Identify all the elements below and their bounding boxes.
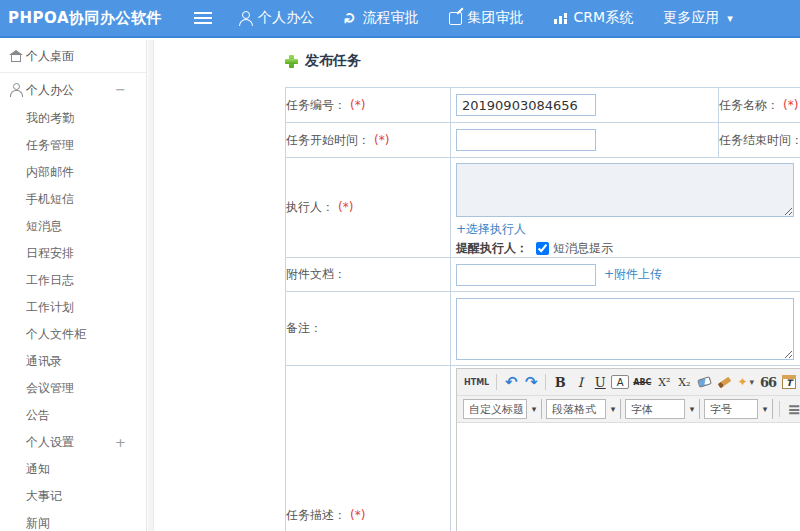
select-executor-link[interactable]: +选择执行人 — [456, 222, 526, 236]
align-left-button[interactable] — [785, 399, 800, 419]
font-background-button[interactable]: A — [611, 375, 629, 389]
sidebar-item-announcement[interactable]: 公告 — [0, 402, 146, 429]
sidebar-item-personal-desktop[interactable]: 个人桌面 — [0, 40, 146, 73]
form-row-executor: 执行人：(*) +选择执行人 提醒执行人： 短消息提示 — [286, 158, 800, 258]
task-name-label-cell: 任务名称：(*) — [719, 88, 800, 123]
sidebar-item-memorabilia[interactable]: 大事记 — [0, 483, 146, 510]
eraser-icon — [697, 376, 712, 388]
toolbar-separator — [545, 374, 546, 390]
person-icon — [9, 83, 23, 97]
sidebar-item-label: 大事记 — [26, 489, 62, 503]
brush-icon — [718, 376, 732, 388]
form-row-attachment: 附件文档： +附件上传 — [286, 258, 800, 292]
collapse-icon[interactable]: − — [115, 75, 126, 105]
auto-typeset-button[interactable]: ✦ — [735, 372, 756, 392]
format-brush-button[interactable] — [715, 372, 733, 392]
sidebar-item-label: 个人设置 — [26, 435, 74, 449]
sidebar-item-notice[interactable]: 通知 — [0, 456, 146, 483]
sms-remind-option-label: 短消息提示 — [553, 240, 613, 257]
sidebar-item-my-attendance[interactable]: 我的考勤 — [0, 105, 146, 132]
sidebar-item-personal-settings[interactable]: 个人设置 + — [0, 429, 146, 456]
select-value: 自定义标题 — [464, 402, 526, 417]
blockquote-button[interactable]: 66 — [758, 372, 778, 392]
sidebar-item-personal-files[interactable]: 个人文件柜 — [0, 321, 146, 348]
subscript-button[interactable]: X₂ — [675, 372, 693, 392]
nav-item-workflow-approval[interactable]: ↻ 流程审批 — [344, 9, 419, 27]
sidebar-item-label: 工作计划 — [26, 300, 74, 314]
sms-remind-checkbox[interactable] — [536, 242, 549, 255]
sidebar-item-label: 内部邮件 — [26, 165, 74, 179]
sidebar-item-short-message[interactable]: 短消息 — [0, 213, 146, 240]
paragraph-format-select[interactable]: 段落格式 — [546, 399, 621, 419]
remark-textarea[interactable] — [456, 298, 794, 360]
required-mark: (*) — [783, 98, 798, 112]
sidebar-item-schedule[interactable]: 日程安排 — [0, 240, 146, 267]
sidebar-item-work-plan[interactable]: 工作计划 — [0, 294, 146, 321]
nav-item-group-approval[interactable]: 集团审批 — [449, 9, 524, 27]
nav-label: 个人办公 — [258, 9, 314, 27]
task-number-input[interactable] — [456, 94, 596, 116]
field-label: 备注： — [286, 321, 322, 335]
font-family-select[interactable]: 字体 — [625, 399, 700, 419]
sidebar-item-label: 公告 — [26, 408, 50, 422]
select-value: 字体 — [626, 402, 684, 417]
hamburger-menu-icon[interactable] — [194, 12, 212, 24]
attachment-upload-link[interactable]: +附件上传 — [604, 266, 662, 283]
sidebar-item-news[interactable]: 新闻 — [0, 510, 146, 531]
paste-as-text-button[interactable]: T — [780, 372, 798, 392]
nav-item-crm[interactable]: CRM系统 — [554, 9, 634, 27]
field-label: 任务名称： — [719, 98, 779, 112]
undo-button[interactable]: ↶ — [502, 372, 520, 392]
sidebar-item-sms[interactable]: 手机短信 — [0, 186, 146, 213]
description-label-cell: 任务描述：(*) — [286, 366, 451, 531]
custom-heading-select[interactable]: 自定义标题 — [463, 399, 542, 419]
field-label: 任务开始时间： — [286, 133, 370, 147]
remind-executor-label: 提醒执行人： — [456, 240, 528, 257]
sidebar-scrollbar[interactable] — [148, 40, 154, 531]
attachment-label-cell: 附件文档： — [286, 258, 451, 292]
nav-label: CRM系统 — [574, 9, 634, 27]
sparkle-icon: ✦ — [737, 375, 747, 389]
task-number-label-cell: 任务编号：(*) — [286, 88, 451, 123]
redo-button[interactable]: ↷ — [522, 372, 540, 392]
toolbar-separator — [496, 374, 497, 390]
sidebar-item-label: 我的考勤 — [26, 111, 74, 125]
field-label: 附件文档： — [286, 267, 346, 281]
sidebar-item-internal-mail[interactable]: 内部邮件 — [0, 159, 146, 186]
form-row-description: 任务描述：(*) HTML ↶ ↷ B I U A — [286, 366, 800, 531]
select-value: 段落格式 — [547, 402, 605, 417]
html-source-button[interactable]: HTML — [462, 372, 491, 392]
superscript-button[interactable]: X² — [655, 372, 673, 392]
sidebar-item-label: 手机短信 — [26, 192, 74, 206]
editor-content-area[interactable] — [457, 423, 800, 531]
font-size-select[interactable]: 字号 — [704, 399, 773, 419]
start-time-input[interactable] — [456, 129, 596, 151]
bold-button[interactable]: B — [551, 372, 569, 392]
expand-icon[interactable]: + — [115, 429, 126, 456]
sidebar-item-contacts[interactable]: 通讯录 — [0, 348, 146, 375]
executor-textarea[interactable] — [456, 163, 794, 217]
remark-label-cell: 备注： — [286, 292, 451, 366]
field-label: 执行人： — [286, 200, 334, 214]
sidebar-item-meeting-management[interactable]: 会议管理 — [0, 375, 146, 402]
nav-item-personal-office[interactable]: 个人办公 — [238, 9, 314, 27]
nav-item-more-apps[interactable]: 更多应用 — [663, 9, 733, 27]
main-content: 发布任务 任务编号：(*) 任务名称：(*) 任务开始时间：( — [155, 40, 800, 531]
required-mark: (*) — [350, 98, 365, 112]
sidebar-item-task-management[interactable]: 任务管理 — [0, 132, 146, 159]
attachment-input[interactable] — [456, 264, 596, 286]
sidebar-item-work-log[interactable]: 工作日志 — [0, 267, 146, 294]
nav-label: 流程审批 — [363, 9, 419, 27]
italic-button[interactable]: I — [571, 372, 589, 392]
sidebar-item-label: 工作日志 — [26, 273, 74, 287]
strikethrough-button[interactable]: ABC — [631, 372, 653, 392]
editor-toolbar-row-1: HTML ↶ ↷ B I U A ABC X² X₂ — [457, 369, 800, 396]
underline-button[interactable]: U — [591, 372, 609, 392]
sidebar-item-personal-office[interactable]: 个人办公 − — [0, 75, 146, 105]
form-row-task-number: 任务编号：(*) 任务名称：(*) — [286, 88, 800, 123]
sidebar-item-label: 新闻 — [26, 516, 50, 530]
remove-format-button[interactable] — [695, 372, 713, 392]
top-navigation: 个人办公 ↻ 流程审批 集团审批 CRM系统 更多应用 — [238, 9, 763, 27]
end-time-label-cell: 任务结束时间：(*) — [719, 123, 800, 158]
form-row-start-time: 任务开始时间：(*) 任务结束时间：(*) — [286, 123, 800, 158]
